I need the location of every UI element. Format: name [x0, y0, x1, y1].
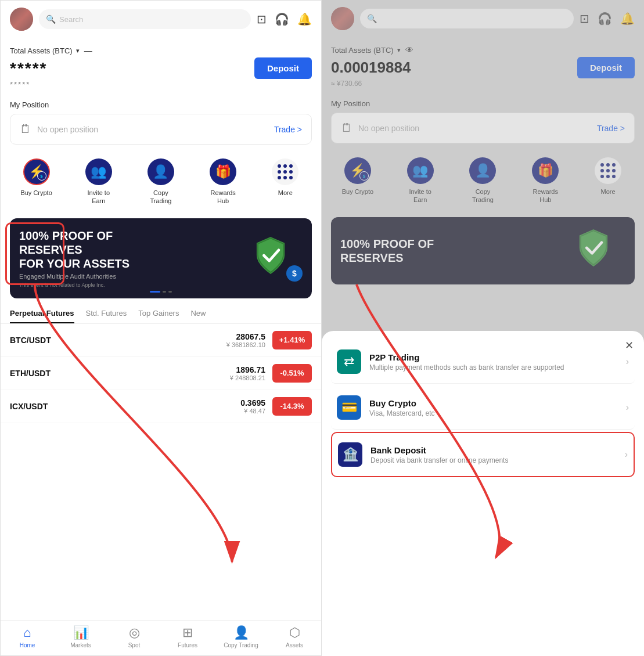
avatar[interactable]	[10, 8, 33, 31]
right-avatar[interactable]	[331, 7, 354, 30]
right-bell-icon[interactable]: 🔔	[620, 12, 635, 26]
p2p-icon: ⇄	[337, 349, 361, 374]
right-trade-link[interactable]: Trade >	[597, 124, 625, 133]
right-position-empty-text: No open position	[358, 124, 591, 133]
position-label: My Position	[10, 100, 312, 109]
table-row[interactable]: BTC/USDT 28067.5 ¥ 3681862.10 +1.41%	[1, 324, 321, 357]
nav-copy-trading[interactable]: 👤 Copy Trading	[214, 625, 268, 648]
right-position-card: 🗒 No open position Trade >	[331, 113, 635, 143]
bank-deposit-desc: Deposit via bank transfer or online paym…	[370, 456, 625, 464]
banner[interactable]: 100% PROOF OFRESERVESFOR YOUR ASSETS Eng…	[10, 218, 312, 298]
pair-name: ICX/USDT	[10, 402, 240, 411]
p2p-title: P2P Trading	[369, 352, 626, 362]
right-action-more[interactable]: More	[588, 157, 628, 204]
right-banner-text: 100% PROOF OFRESERVES	[340, 237, 573, 265]
right-copy-trading-label: CopyTrading	[472, 188, 494, 204]
right-banner[interactable]: 100% PROOF OFRESERVES	[331, 217, 635, 284]
tab-new[interactable]: New	[190, 303, 206, 323]
right-panel-content: 🔍 ⊡ 🎧 🔔 Total Assets (BTC) ▾ 👁 0.0001988…	[322, 0, 644, 656]
right-assets-value: 0.00019884	[331, 59, 411, 77]
invite-earn-label: Invite toEarn	[88, 189, 110, 206]
right-eye-icon[interactable]: 👁	[405, 45, 413, 55]
right-dropdown-icon[interactable]: ▾	[397, 46, 401, 54]
right-action-invite-earn[interactable]: 👥 Invite toEarn	[400, 157, 441, 204]
right-assets-sub: ≈ ¥730.66	[331, 80, 635, 88]
right-action-rewards-hub[interactable]: 🎁 RewardsHub	[525, 157, 566, 204]
tab-perpetual-futures[interactable]: Perpetual Futures	[10, 303, 74, 323]
action-buy-crypto[interactable]: ⚡ $ Buy Crypto	[16, 158, 57, 206]
right-action-copy-trading[interactable]: 👤 CopyTrading	[462, 157, 503, 204]
market-price-cny: ¥ 248808.21	[230, 374, 265, 381]
buy-crypto-chevron: ›	[626, 402, 629, 413]
pair-name: ETH/USDT	[10, 369, 230, 378]
bell-icon[interactable]: 🔔	[297, 12, 312, 26]
dropdown-icon[interactable]: ▾	[76, 47, 80, 55]
scan-icon[interactable]: ⊡	[257, 12, 267, 26]
futures-label: Futures	[178, 642, 197, 648]
search-placeholder: Search	[59, 15, 83, 24]
action-copy-trading[interactable]: 👤 CopyTrading	[141, 158, 181, 206]
tab-std-futures[interactable]: Std. Futures	[86, 303, 127, 323]
bank-deposit-text: Bank Deposit Deposit via bank transfer o…	[370, 445, 625, 464]
search-bar[interactable]: 🔍 Search	[39, 9, 251, 29]
modal-item-buy-crypto[interactable]: 💳 Buy Crypto Visa, Mastercard, etc ›	[331, 386, 635, 430]
bottom-nav: ⌂ Home 📊 Markets ◎ Spot ⊞ Futures 👤 Copy…	[1, 620, 321, 655]
tab-top-gainers[interactable]: Top Gainers	[138, 303, 179, 323]
right-position-label: My Position	[331, 99, 635, 108]
market-pair-eth: ETH/USDT	[10, 369, 230, 378]
nav-futures[interactable]: ⊞ Futures	[161, 625, 214, 648]
nav-markets[interactable]: 📊 Markets	[54, 625, 107, 648]
market-price-col: 1896.71 ¥ 248808.21	[230, 365, 265, 381]
right-search-bar[interactable]: 🔍	[360, 9, 574, 28]
right-assets-title: Total Assets (BTC)	[331, 46, 394, 55]
banner-text: 100% PROOF OFRESERVESFOR YOUR ASSETS Eng…	[19, 229, 250, 288]
deposit-button[interactable]: Deposit	[254, 57, 312, 79]
trade-link[interactable]: Trade >	[274, 125, 302, 134]
banner-dot-active	[150, 291, 160, 293]
table-row[interactable]: ICX/USDT 0.3695 ¥ 48.47 -14.3%	[1, 390, 321, 423]
spot-label: Spot	[128, 642, 141, 648]
markets-label: Markets	[70, 642, 91, 648]
right-deposit-button[interactable]: Deposit	[577, 57, 635, 78]
copy-trading-nav-label: Copy Trading	[224, 642, 258, 648]
market-price: 28067.5	[226, 332, 265, 341]
action-rewards-hub[interactable]: 🎁 RewardsHub	[203, 158, 243, 206]
buy-crypto-desc: Visa, Mastercard, etc	[369, 409, 626, 417]
right-position-icon: 🗒	[341, 121, 352, 135]
copy-trading-label: CopyTrading	[150, 189, 172, 206]
right-banner-title: 100% PROOF OFRESERVES	[340, 237, 573, 265]
pair-name: BTC/USDT	[10, 336, 226, 345]
buy-crypto-modal-title: Buy Crypto	[369, 398, 626, 408]
right-support-icon[interactable]: 🎧	[598, 12, 612, 26]
modal-item-p2p[interactable]: ⇄ P2P Trading Multiple payment methods s…	[331, 340, 635, 384]
support-icon[interactable]: 🎧	[275, 12, 289, 26]
right-header: 🔍 ⊡ 🎧 🔔	[322, 0, 644, 37]
right-shield-icon	[573, 228, 614, 268]
nav-spot[interactable]: ◎ Spot	[107, 625, 161, 648]
modal-close-button[interactable]: ✕	[625, 339, 634, 352]
nav-assets[interactable]: ⬡ Assets	[268, 625, 321, 648]
buy-crypto-text: Buy Crypto Visa, Mastercard, etc	[369, 398, 626, 417]
market-price-cny: ¥ 48.47	[240, 408, 265, 414]
market-pair-btc: BTC/USDT	[10, 336, 226, 345]
eye-icon[interactable]: —	[84, 46, 92, 55]
nav-home[interactable]: ⌂ Home	[1, 625, 54, 648]
table-row[interactable]: ETH/USDT 1896.71 ¥ 248808.21 -0.51%	[1, 357, 321, 390]
action-more[interactable]: More	[265, 158, 305, 206]
dollar-dot: $	[37, 171, 46, 181]
right-more-grid-icon	[599, 162, 617, 179]
market-tabs: Perpetual Futures Std. Futures Top Gaine…	[1, 303, 321, 324]
modal-item-bank-deposit[interactable]: 🏦 Bank Deposit Deposit via bank transfer…	[331, 432, 635, 477]
left-header: 🔍 Search ⊡ 🎧 🔔	[1, 1, 321, 38]
bank-deposit-chevron: ›	[625, 449, 628, 460]
more-grid-icon	[276, 163, 294, 181]
right-panel: 🔍 ⊡ 🎧 🔔 Total Assets (BTC) ▾ 👁 0.0001988…	[322, 0, 644, 656]
action-invite-earn[interactable]: 👥 Invite toEarn	[78, 158, 119, 206]
right-action-buy-crypto[interactable]: ⚡ $ Buy Crypto	[337, 157, 378, 204]
right-more-label: More	[601, 188, 616, 196]
right-buy-crypto-label: Buy Crypto	[342, 188, 373, 196]
assets-sub: *****	[10, 80, 312, 89]
banner-dot-2	[168, 291, 172, 293]
modal-sheet: ✕ ⇄ P2P Trading Multiple payment methods…	[322, 331, 644, 656]
right-scan-icon[interactable]: ⊡	[580, 12, 589, 26]
